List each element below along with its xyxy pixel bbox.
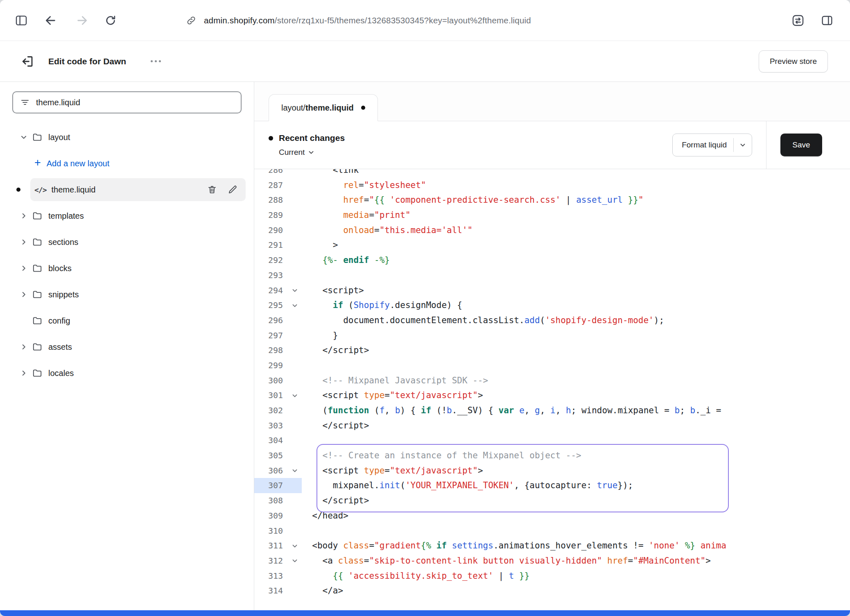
fold-chevron-icon[interactable]	[288, 553, 302, 568]
sidebar-item-layout[interactable]: layout	[0, 124, 254, 150]
file-search-input[interactable]: theme.liquid	[12, 91, 242, 113]
code-line-302[interactable]: 302 (function (f, b) { if (!b.__SV) { va…	[254, 403, 850, 418]
format-liquid-button[interactable]: Format liquid	[672, 134, 752, 156]
extension-icon[interactable]	[791, 14, 805, 27]
code-line-301[interactable]: 301 <script type="text/javascript">	[254, 388, 850, 403]
sidebar-item-config[interactable]: config	[0, 308, 254, 334]
code-line-293[interactable]: 293	[254, 268, 850, 283]
code-line-298[interactable]: 298 </script>	[254, 343, 850, 358]
code-line-306[interactable]: 306 <script type="text/javascript">	[254, 463, 850, 478]
sidebar-item-snippets[interactable]: snippets	[0, 281, 254, 308]
chevron-down-icon[interactable]	[734, 142, 752, 148]
code-line-288[interactable]: 288 href="{{ 'component-predictive-searc…	[254, 192, 850, 208]
fold-spacer	[288, 268, 302, 283]
browser-toolbar: admin.shopify.com/store/rzq1xu-f5/themes…	[0, 0, 850, 41]
line-number: 301	[254, 388, 288, 403]
code-line-286[interactable]: 286 <link	[254, 169, 850, 178]
code-line-305[interactable]: 305 <!-- Create an instance of the Mixpa…	[254, 448, 850, 463]
fold-chevron-icon[interactable]	[288, 388, 302, 403]
code-line-297[interactable]: 297 }	[254, 328, 850, 343]
code-line-299[interactable]: 299	[254, 358, 850, 373]
chevron-down-icon[interactable]	[19, 132, 29, 142]
exit-code-editor-icon[interactable]	[20, 54, 34, 69]
trash-icon[interactable]	[207, 184, 217, 195]
url-path: /store/rzq1xu-f5/themes/132683530345?key…	[275, 16, 531, 25]
version-dropdown[interactable]: Current	[279, 148, 345, 157]
recent-changes-dot	[269, 136, 273, 140]
sidebar-item-add-layout[interactable]: +Add a new layout	[0, 150, 254, 177]
sidebar-item-sections[interactable]: sections	[0, 229, 254, 255]
code-line-291[interactable]: 291 >	[254, 238, 850, 253]
code-text: <link	[302, 169, 850, 178]
tab-label: layout/theme.liquid	[281, 103, 354, 113]
address-bar[interactable]: admin.shopify.com/store/rzq1xu-f5/themes…	[186, 15, 531, 26]
sidebar-item-assets[interactable]: assets	[0, 334, 254, 360]
pencil-icon[interactable]	[227, 184, 238, 195]
chevron-right-icon[interactable]	[19, 368, 29, 378]
split-view-icon[interactable]	[821, 14, 834, 27]
line-number: 298	[254, 343, 288, 358]
toolbar-divider	[766, 121, 766, 169]
chevron-right-icon[interactable]	[19, 263, 29, 273]
preview-store-button[interactable]: Preview store	[759, 50, 828, 72]
sidebar-toggle-icon[interactable]	[15, 14, 28, 27]
code-line-292[interactable]: 292 {%- endif -%}	[254, 253, 850, 268]
save-button[interactable]: Save	[780, 134, 822, 156]
chevron-right-icon[interactable]	[19, 237, 29, 247]
code-line-304[interactable]: 304	[254, 433, 850, 448]
line-number: 290	[254, 223, 288, 238]
sidebar-item-label: templates	[48, 211, 84, 221]
code-line-287[interactable]: 287 rel="stylesheet"	[254, 178, 850, 193]
editor-toolbar: Recent changes Current Format liquid	[254, 121, 850, 169]
code-line-311[interactable]: 311 <body class="gradient{% if settings.…	[254, 538, 850, 553]
code-text: </script>	[302, 418, 850, 433]
line-number: 287	[254, 178, 288, 193]
code-line-290[interactable]: 290 onload="this.media='all'"	[254, 223, 850, 238]
line-number: 293	[254, 268, 288, 283]
editor-panel: layout/theme.liquid Recent changes Curre…	[254, 82, 850, 610]
code-line-308[interactable]: 308 </script>	[254, 493, 850, 508]
code-line-309[interactable]: 309 </head>	[254, 508, 850, 523]
code-text: {{ 'accessibility.skip_to_text' | t }}	[302, 568, 850, 584]
unsaved-file-dot	[16, 188, 20, 192]
code-line-307[interactable]: 307 mixpanel.init('YOUR_MIXPANEL_TOKEN',…	[254, 478, 850, 493]
code-line-313[interactable]: 313 {{ 'accessibility.skip_to_text' | t …	[254, 568, 850, 584]
chevron-right-icon[interactable]	[19, 211, 29, 221]
fold-spacer	[288, 568, 302, 584]
fold-spacer	[288, 208, 302, 223]
sidebar-item-locales[interactable]: locales	[0, 360, 254, 386]
fold-spacer	[288, 358, 302, 373]
tab-layout-theme-liquid[interactable]: layout/theme.liquid	[269, 94, 378, 121]
code-text: <script>	[302, 283, 850, 298]
chevron-right-icon[interactable]	[19, 290, 29, 299]
sidebar-item-templates[interactable]: templates	[0, 203, 254, 229]
code-text: document.documentElement.classList.add('…	[302, 313, 850, 328]
fold-chevron-icon[interactable]	[288, 283, 302, 298]
more-actions-icon[interactable]	[147, 57, 164, 66]
fold-chevron-icon[interactable]	[288, 298, 302, 313]
code-text: </script>	[302, 493, 850, 508]
browser-window: admin.shopify.com/store/rzq1xu-f5/themes…	[0, 0, 850, 616]
sidebar-item-blocks[interactable]: blocks	[0, 255, 254, 281]
folder-icon	[32, 211, 43, 221]
code-text: {%- endif -%}	[302, 253, 850, 268]
code-line-310[interactable]: 310	[254, 523, 850, 539]
fold-chevron-icon[interactable]	[288, 538, 302, 553]
code-text	[302, 268, 850, 283]
code-line-314[interactable]: 314 </a>	[254, 583, 850, 598]
code-line-289[interactable]: 289 media="print"	[254, 208, 850, 223]
code-line-303[interactable]: 303 </script>	[254, 418, 850, 433]
code-line-312[interactable]: 312 <a class="skip-to-content-link butto…	[254, 553, 850, 568]
folder-icon	[32, 237, 43, 247]
forward-button-icon[interactable]	[75, 14, 88, 27]
fold-chevron-icon[interactable]	[288, 463, 302, 478]
code-line-294[interactable]: 294 <script>	[254, 283, 850, 298]
back-button-icon[interactable]	[44, 14, 57, 27]
reload-icon[interactable]	[104, 14, 117, 27]
sidebar-item-theme-liquid[interactable]: </>theme.liquid	[0, 177, 254, 203]
code-line-296[interactable]: 296 document.documentElement.classList.a…	[254, 313, 850, 328]
code-line-295[interactable]: 295 if (Shopify.designMode) {	[254, 298, 850, 313]
code-editor[interactable]: 286 <link287 rel="stylesheet"288 href="{…	[254, 169, 850, 610]
chevron-right-icon[interactable]	[19, 342, 29, 352]
code-line-300[interactable]: 300 <!-- Mixpanel Javascript SDK -->	[254, 373, 850, 388]
